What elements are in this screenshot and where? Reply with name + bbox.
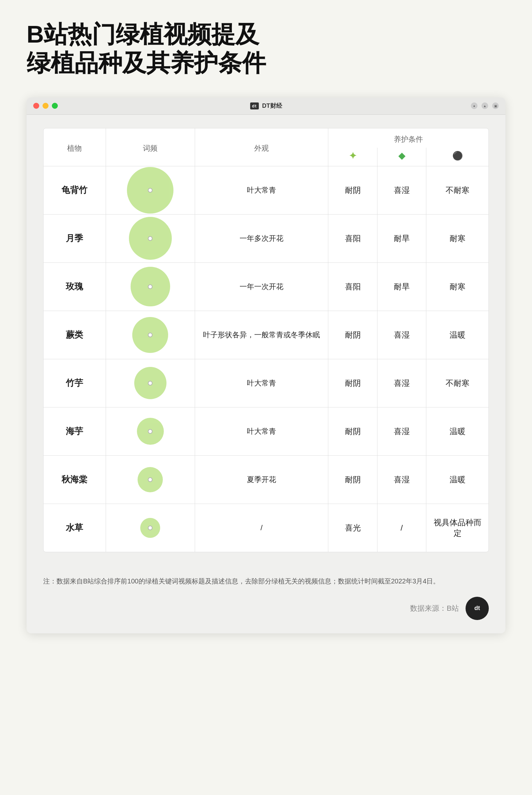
freq-cell: [106, 359, 195, 407]
sun-cell: 喜阳: [328, 263, 377, 311]
freq-circle: [132, 317, 168, 353]
plant-name: 秋海棠: [61, 474, 88, 484]
col-appear-header: 外观: [195, 128, 328, 166]
sun-icon: ✦: [349, 151, 357, 161]
freq-cell: [106, 504, 195, 552]
table-wrapper: 植物 词频 外观 养护条件 ✦ ◆ ⚫: [43, 128, 489, 552]
freq-cell: [106, 214, 195, 263]
temp-cell: 视具体品种而定: [426, 504, 489, 552]
appear-text: 夏季开花: [247, 475, 276, 484]
table-row: 蕨类 叶子形状各异，一般常青或冬季休眠 耐阴 喜湿 温暖: [43, 311, 489, 359]
appear-text: 叶大常青: [247, 427, 276, 435]
circle-dot: [148, 188, 153, 193]
appear-text: /: [261, 524, 263, 532]
circle-dot: [148, 236, 153, 241]
site-name: DT财经: [262, 102, 282, 110]
circle-dot: [148, 429, 153, 434]
sun-cell: 耐阴: [328, 311, 377, 359]
plant-name-cell: 月季: [43, 214, 106, 263]
data-source: 数据来源：B站: [410, 603, 459, 613]
freq-cell: [106, 455, 195, 504]
table-row: 玫瑰 一年一次开花 喜阳 耐旱 耐寒: [43, 263, 489, 311]
water-icon-header: ◆: [377, 148, 426, 166]
footer-area: 数据来源：B站 dt: [26, 590, 506, 624]
dt-logo-circle: dt: [466, 597, 489, 620]
sun-cell: 喜阳: [328, 214, 377, 263]
freq-circle: [131, 267, 170, 306]
freq-cell: [106, 166, 195, 214]
plant-name-cell: 海芋: [43, 407, 106, 455]
water-cell: 耐旱: [377, 214, 426, 263]
care-group-header: 养护条件: [328, 128, 489, 148]
temp-cell: 温暖: [426, 311, 489, 359]
freq-circle: [134, 367, 167, 399]
appear-text: 叶子形状各异，一般常青或冬季休眠: [203, 331, 320, 339]
temp-cell: 不耐寒: [426, 166, 489, 214]
temp-cell: 不耐寒: [426, 359, 489, 407]
nav-icon-1: ●: [471, 103, 477, 109]
freq-circle: [137, 418, 164, 445]
appear-text: 叶大常青: [247, 186, 276, 194]
plant-name-cell: 蕨类: [43, 311, 106, 359]
circle-dot: [148, 526, 153, 530]
water-cell: 喜湿: [377, 359, 426, 407]
appear-cell: 叶大常青: [195, 166, 328, 214]
circle-dot: [148, 477, 153, 482]
sun-cell: 耐阴: [328, 407, 377, 455]
col-freq-header: 词频: [106, 128, 195, 166]
plant-name-cell: 竹芋: [43, 359, 106, 407]
browser-nav-icons: ● ▲ ▣: [471, 103, 499, 109]
circle-dot: [148, 332, 153, 337]
table-row: 水草 / 喜光 / 视具体品种而定: [43, 504, 489, 552]
appear-text: 叶大常青: [247, 379, 276, 387]
maximize-button[interactable]: [52, 103, 58, 109]
circle-dot: [148, 381, 153, 385]
nav-icon-2: ▲: [481, 103, 488, 109]
plant-name: 月季: [66, 233, 83, 243]
appear-cell: 叶大常青: [195, 359, 328, 407]
appear-cell: 叶子形状各异，一般常青或冬季休眠: [195, 311, 328, 359]
sun-cell: 喜光: [328, 504, 377, 552]
temp-cell: 耐寒: [426, 214, 489, 263]
water-drop-icon: ◆: [398, 151, 405, 161]
appear-cell: 叶大常青: [195, 407, 328, 455]
plant-name-cell: 水草: [43, 504, 106, 552]
plant-name: 龟背竹: [61, 185, 88, 195]
sun-cell: 耐阴: [328, 359, 377, 407]
plant-name: 玫瑰: [66, 282, 83, 291]
freq-circle: [137, 467, 163, 492]
sun-cell: 耐阴: [328, 455, 377, 504]
water-cell: /: [377, 504, 426, 552]
browser-window: dt DT财经 ● ▲ ▣ 植物 词频 外观 养护条件: [26, 97, 506, 633]
browser-titlebar: dt DT财经 ● ▲ ▣: [26, 97, 506, 115]
water-cell: 喜湿: [377, 455, 426, 504]
table-row: 龟背竹 叶大常青 耐阴 喜湿 不耐寒: [43, 166, 489, 214]
table-row: 秋海棠 夏季开花 耐阴 喜湿 温暖: [43, 455, 489, 504]
browser-title-center: dt DT财经: [250, 102, 282, 110]
freq-circle: [127, 167, 173, 214]
table-row: 竹芋 叶大常青 耐阴 喜湿 不耐寒: [43, 359, 489, 407]
plant-name-cell: 玫瑰: [43, 263, 106, 311]
sun-icon-header: ✦: [328, 148, 377, 166]
plant-name: 水草: [66, 523, 83, 532]
temp-cell: 温暖: [426, 407, 489, 455]
main-title: B站热门绿植视频提及 绿植品种及其养护条件: [26, 20, 506, 77]
circle-dot: [148, 284, 153, 289]
note-area: 注：数据来自B站综合排序前100的绿植关键词视频标题及描述信息，去除部分绿植无关…: [26, 565, 506, 590]
freq-cell: [106, 407, 195, 455]
dt-logo: dt: [250, 103, 259, 109]
water-cell: 喜湿: [377, 311, 426, 359]
table-row: 海芋 叶大常青 耐阴 喜湿 温暖: [43, 407, 489, 455]
thermometer-icon: ⚫: [452, 151, 463, 161]
water-cell: 喜湿: [377, 166, 426, 214]
temp-icon-header: ⚫: [426, 148, 489, 166]
sun-cell: 耐阴: [328, 166, 377, 214]
nav-icon-3: ▣: [492, 103, 499, 109]
appear-cell: 一年一次开花: [195, 263, 328, 311]
minimize-button[interactable]: [42, 103, 49, 109]
browser-buttons: [33, 103, 58, 109]
close-button[interactable]: [33, 103, 39, 109]
plant-name: 竹芋: [66, 378, 83, 388]
water-cell: 喜湿: [377, 407, 426, 455]
table-row: 月季 一年多次开花 喜阳 耐旱 耐寒: [43, 214, 489, 263]
